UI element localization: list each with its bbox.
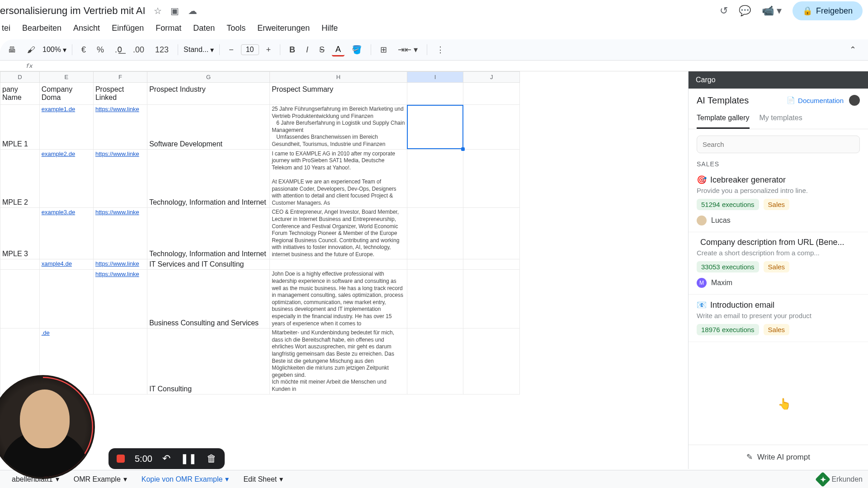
col-header-J[interactable]: J — [463, 72, 520, 83]
cell[interactable] — [407, 328, 463, 394]
comments-icon[interactable]: 💬 — [739, 5, 751, 17]
menu-view[interactable]: Ansicht — [71, 22, 102, 35]
template-card[interactable]: Company description from URL (Bene... Cr… — [689, 232, 868, 295]
header-prospect-linkedin[interactable]: Prospect Linked — [93, 83, 147, 105]
restart-icon[interactable]: ↶ — [162, 453, 170, 465]
borders-button[interactable]: ⊞ — [377, 42, 391, 57]
table-row[interactable]: MPLE 1example1.dehttps://www.linkeSoftwa… — [0, 105, 520, 150]
document-title[interactable]: ersonalisierung im Vertrieb mit AI — [0, 5, 146, 17]
header-company-name[interactable]: pany Name — [0, 83, 40, 105]
currency-button[interactable]: € — [78, 42, 90, 57]
cell[interactable] — [93, 328, 147, 394]
col-header-I[interactable]: I — [407, 72, 463, 83]
bold-button[interactable]: B — [286, 42, 299, 57]
cell[interactable] — [407, 259, 463, 270]
print-icon[interactable]: 🖶 — [5, 42, 20, 57]
decrease-decimal-button[interactable]: .0͟ — [111, 42, 126, 57]
cell[interactable] — [39, 270, 93, 328]
cloud-icon[interactable]: ☁ — [188, 6, 197, 16]
cell[interactable]: John Doe is a highly effective professio… — [270, 270, 407, 328]
cell[interactable]: MPLE 1 — [0, 105, 40, 150]
cell[interactable]: IT Consulting — [147, 328, 270, 394]
tab-my-templates[interactable]: My templates — [760, 109, 802, 129]
write-ai-prompt-button[interactable]: ✎ Write AI prompt — [689, 445, 868, 469]
menu-data[interactable]: Daten — [191, 22, 217, 35]
cell[interactable] — [407, 270, 463, 328]
header-empty-J[interactable] — [463, 83, 520, 105]
table-row[interactable]: xample4.dehttps://www.linkeIT Services a… — [0, 259, 520, 270]
delete-icon[interactable]: 🗑 — [207, 453, 217, 465]
cell[interactable] — [0, 259, 40, 270]
col-header-E[interactable]: E — [39, 72, 93, 83]
menu-help[interactable]: Hilfe — [320, 22, 340, 35]
table-header-row[interactable]: pany Name Company Doma Prospect Linked P… — [0, 83, 520, 105]
merge-button[interactable]: ⇥⇤ ▾ — [394, 42, 421, 57]
table-row[interactable]: https://www.linkeBusiness Consulting and… — [0, 270, 520, 328]
cell[interactable]: https://www.linke — [93, 149, 147, 208]
meet-icon[interactable]: 📹 ▾ — [762, 5, 782, 17]
cell[interactable] — [463, 259, 520, 270]
percent-button[interactable]: % — [93, 42, 108, 57]
cell[interactable]: https://www.linke — [93, 105, 147, 150]
cell[interactable] — [0, 270, 40, 328]
menu-file[interactable]: tei — [0, 22, 12, 35]
cell[interactable] — [407, 208, 463, 259]
text-color-button[interactable]: A — [332, 43, 344, 56]
cell[interactable]: example1.de — [39, 105, 93, 150]
sheet-tab-4[interactable]: Edit Sheet ▾ — [237, 472, 289, 486]
table-row[interactable]: MPLE 2example2.dehttps://www.linkeTechno… — [0, 149, 520, 208]
menu-format[interactable]: Format — [154, 22, 183, 35]
explore-button[interactable]: ✦ Erkunden — [817, 474, 863, 485]
col-header-F[interactable]: F — [93, 72, 147, 83]
zoom-select[interactable]: 100% ▾ — [42, 46, 66, 54]
menu-edit[interactable]: Bearbeiten — [20, 22, 63, 35]
cell[interactable]: IT Services and IT Consulting — [147, 259, 270, 270]
template-card[interactable]: 📧Introduction email Write an email to pr… — [689, 295, 868, 342]
cell[interactable]: MPLE 3 — [0, 208, 40, 259]
cell[interactable] — [270, 259, 407, 270]
col-header-G[interactable]: G — [147, 72, 270, 83]
cell[interactable]: https://www.linke — [93, 259, 147, 270]
search-input[interactable] — [697, 136, 860, 153]
cell[interactable]: Technology, Information and Internet — [147, 208, 270, 259]
cell[interactable] — [463, 105, 520, 150]
cell[interactable]: example3.de — [39, 208, 93, 259]
table-row[interactable]: .deIT ConsultingMitarbeiter- und Kundenb… — [0, 328, 520, 394]
cell[interactable]: CEO & Entrepreneur, Angel Investor, Boar… — [270, 208, 407, 259]
more-button[interactable]: ⋮ — [433, 42, 448, 57]
menu-tools[interactable]: Tools — [225, 22, 247, 35]
spreadsheet-grid[interactable]: D E F G H I J pany Name Company Doma Pro… — [0, 71, 688, 469]
font-size-decrease[interactable]: − — [225, 42, 237, 57]
share-button[interactable]: 🔒 Freigeben — [793, 1, 863, 20]
italic-button[interactable]: I — [302, 42, 312, 57]
collapse-toolbar-icon[interactable]: ⌃ — [846, 42, 860, 57]
cell[interactable]: I came to EXAMPLE AG in 2010 after my co… — [270, 149, 407, 208]
cell[interactable] — [407, 105, 463, 150]
cell[interactable] — [407, 149, 463, 208]
header-company-domain[interactable]: Company Doma — [39, 83, 93, 105]
sheet-tab-3[interactable]: Kopie von OMR Example ▾ — [135, 472, 236, 486]
cell[interactable] — [463, 270, 520, 328]
increase-decimal-button[interactable]: .00 — [129, 42, 148, 57]
paint-format-icon[interactable]: 🖌 — [24, 42, 39, 57]
documentation-link[interactable]: 📄 Documentation — [787, 96, 844, 104]
sidebar-avatar[interactable] — [849, 95, 860, 106]
font-size-increase[interactable]: + — [263, 42, 275, 57]
header-prospect-summary[interactable]: Prospect Summary — [270, 83, 407, 105]
template-card[interactable]: 🎯Icebreaker generator Provide you a pers… — [689, 169, 868, 232]
fill-color-button[interactable]: 🪣 — [348, 42, 365, 57]
star-icon[interactable]: ☆ — [154, 6, 162, 16]
cell[interactable]: https://www.linke — [93, 270, 147, 328]
cell[interactable]: MPLE 2 — [0, 149, 40, 208]
menu-insert[interactable]: Einfügen — [110, 22, 146, 35]
font-size-input[interactable]: 10 — [241, 44, 259, 55]
cell[interactable]: https://www.linke — [93, 208, 147, 259]
table-row[interactable]: MPLE 3example3.dehttps://www.linkeTechno… — [0, 208, 520, 259]
menu-extensions[interactable]: Erweiterungen — [255, 22, 311, 35]
record-icon[interactable] — [117, 455, 125, 463]
header-prospect-industry[interactable]: Prospect Industry — [147, 83, 270, 105]
cell[interactable]: 25 Jahre Führungserfahrung im Bereich Ma… — [270, 105, 407, 150]
cell[interactable] — [463, 208, 520, 259]
move-icon[interactable]: ▣ — [170, 6, 179, 16]
cell[interactable]: example2.de — [39, 149, 93, 208]
